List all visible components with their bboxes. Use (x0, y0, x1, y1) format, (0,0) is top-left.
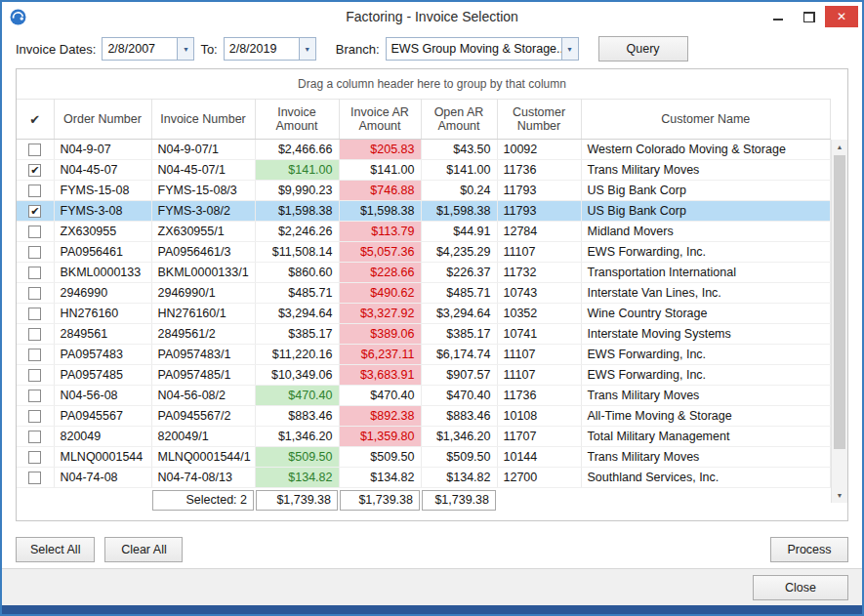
invoice-row[interactable]: HN276160HN276160/1$3,294.64$3,327.92$3,2… (17, 304, 831, 324)
invoice-row[interactable]: N04-9-07N04-9-07/1$2,466.66$205.83$43.50… (17, 140, 831, 160)
column-header-invoice-ar-amount[interactable]: Invoice AR Amount (339, 100, 421, 140)
cell-ar: $470.40 (339, 386, 421, 406)
maximize-restore-button[interactable] (794, 6, 825, 27)
date-from-dropdown-icon[interactable]: ▼ (177, 38, 193, 60)
cell-cust: 11736 (497, 160, 581, 181)
invoice-rows: N04-9-07N04-9-07/1$2,466.66$205.83$43.50… (17, 140, 831, 488)
invoice-row[interactable]: MLNQ0001544MLNQ0001544/1$509.50$509.50$5… (17, 447, 831, 468)
close-button[interactable]: Close (753, 575, 848, 600)
close-window-button[interactable]: ✕ (825, 6, 858, 27)
column-header-invoice-number[interactable]: Invoice Number (151, 100, 255, 140)
scrollbar-thumb[interactable] (834, 155, 845, 449)
row-checkbox-cell: ✔ (17, 201, 54, 222)
row-checkbox-unchecked-icon[interactable] (28, 472, 41, 484)
grid-body: ✔ Order Number Invoice Number Invoice Am… (17, 99, 847, 520)
select-all-button[interactable]: Select All (16, 537, 95, 562)
invoice-row[interactable]: BKML0000133BKML0000133/1$860.60$228.66$2… (17, 263, 831, 283)
invoice-row[interactable]: FYMS-15-08FYMS-15-08/3$9,990.23$746.88$0… (17, 181, 831, 201)
invoice-row[interactable]: ✔FYMS-3-08FYMS-3-08/2$1,598.38$1,598.38$… (17, 201, 831, 222)
column-header-customer-name[interactable]: Customer Name (581, 100, 831, 140)
scroll-down-arrow-icon[interactable]: ▼ (832, 488, 847, 503)
column-header-order-number[interactable]: Order Number (54, 100, 151, 140)
row-checkbox-unchecked-icon[interactable] (28, 349, 41, 361)
row-checkbox-unchecked-icon[interactable] (28, 246, 41, 259)
cell-cust: 10741 (497, 324, 581, 345)
branch-select[interactable]: EWS Group Moving & Storage... ▼ (386, 37, 579, 61)
date-from-picker[interactable]: 2/8/2007 ▼ (102, 37, 194, 61)
row-checkbox-unchecked-icon[interactable] (28, 226, 41, 238)
row-checkbox-checked-icon[interactable]: ✔ (28, 164, 41, 177)
invoice-row[interactable]: ✔N04-45-07N04-45-07/1$141.00$141.00$141.… (17, 160, 831, 181)
column-header-select[interactable]: ✔ (17, 100, 54, 140)
cell-ar: $3,683.91 (339, 365, 421, 386)
row-checkbox-cell (17, 447, 54, 468)
cell-order: FYMS-15-08 (54, 181, 151, 201)
cell-invoice: 820049/1 (151, 427, 255, 447)
cell-order: N04-74-08 (54, 468, 151, 488)
cell-amount: $10,349.06 (255, 365, 339, 386)
row-checkbox-unchecked-icon[interactable] (28, 410, 41, 423)
branch-dropdown-icon[interactable]: ▼ (561, 38, 578, 60)
cell-cust: 11107 (497, 365, 581, 386)
cell-open: $385.17 (421, 324, 497, 345)
invoice-row[interactable]: ZX630955ZX630955/1$2,246.26$113.79$44.91… (17, 222, 831, 242)
cell-open: $509.50 (421, 447, 497, 468)
cell-cust: 11107 (497, 345, 581, 365)
process-button[interactable]: Process (770, 537, 848, 562)
clear-all-button[interactable]: Clear All (104, 537, 183, 562)
cell-order: 2946990 (54, 283, 151, 304)
action-button-row: Select All Clear All Process (2, 531, 862, 568)
invoice-row[interactable]: N04-74-08N04-74-08/13$134.82$134.82$134.… (17, 468, 831, 488)
scrollbar-track[interactable] (832, 154, 847, 488)
row-checkbox-cell (17, 324, 54, 345)
vertical-scrollbar[interactable]: ▲ ▼ (831, 140, 847, 503)
row-checkbox-unchecked-icon[interactable] (28, 185, 41, 197)
summary-empty-cell (54, 488, 151, 513)
cell-open: $470.40 (421, 386, 497, 406)
summary-row: Selected: 2 $1,739.38 $1,739.38 $1,739.3… (17, 488, 831, 513)
cell-invoice: PA0957483/1 (151, 345, 255, 365)
invoice-row[interactable]: PA0945567PA0945567/2$883.46$892.38$883.4… (17, 406, 831, 427)
invoice-row[interactable]: PA0957485PA0957485/1$10,349.06$3,683.91$… (17, 365, 831, 386)
invoice-row[interactable]: 29469902946990/1$485.71$490.62$485.71107… (17, 283, 831, 304)
date-to-dropdown-icon[interactable]: ▼ (299, 38, 315, 60)
cell-name: Trans Military Moves (581, 386, 831, 406)
branch-label: Branch: (336, 42, 380, 57)
row-checkbox-unchecked-icon[interactable] (28, 308, 41, 320)
date-from-value: 2/8/2007 (103, 38, 177, 60)
row-checkbox-unchecked-icon[interactable] (28, 267, 41, 279)
cell-amount: $141.00 (255, 160, 339, 181)
row-checkbox-unchecked-icon[interactable] (28, 144, 41, 156)
scroll-up-arrow-icon[interactable]: ▲ (832, 140, 847, 154)
row-checkbox-unchecked-icon[interactable] (28, 390, 41, 402)
row-checkbox-unchecked-icon[interactable] (28, 451, 41, 464)
column-header-invoice-amount[interactable]: Invoice Amount (255, 100, 339, 140)
invoice-row[interactable]: N04-56-08N04-56-08/2$470.40$470.40$470.4… (17, 386, 831, 406)
cell-order: 820049 (54, 427, 151, 447)
minimize-button[interactable] (762, 6, 794, 27)
row-checkbox-unchecked-icon[interactable] (28, 431, 41, 443)
cell-order: HN276160 (54, 304, 151, 324)
column-header-open-ar-amount[interactable]: Open AR Amount (421, 100, 497, 140)
cell-ar: $134.82 (339, 468, 421, 488)
cell-invoice: N04-74-08/13 (151, 468, 255, 488)
invoice-row[interactable]: PA0956461PA0956461/3$11,508.14$5,057.36$… (17, 242, 831, 263)
date-to-picker[interactable]: 2/8/2019 ▼ (224, 37, 316, 61)
column-header-customer-number[interactable]: Customer Number (497, 100, 581, 140)
invoice-row[interactable]: 820049820049/1$1,346.20$1,359.80$1,346.2… (17, 427, 831, 447)
dialog-footer: Close (2, 568, 862, 605)
row-checkbox-unchecked-icon[interactable] (28, 287, 41, 300)
invoice-row[interactable]: PA0957483PA0957483/1$11,220.16$6,237.11$… (17, 345, 831, 365)
row-checkbox-unchecked-icon[interactable] (28, 328, 41, 341)
group-by-hint[interactable]: Drag a column header here to group by th… (17, 69, 847, 99)
query-button[interactable]: Query (598, 36, 688, 62)
cell-amount: $2,466.66 (255, 140, 339, 160)
cell-amount: $860.60 (255, 263, 339, 283)
invoice-row[interactable]: 28495612849561/2$385.17$389.06$385.17107… (17, 324, 831, 345)
invoice-amount-total: $1,739.38 (256, 490, 338, 511)
summary-empty-cell (17, 488, 54, 513)
cell-name: Total Military Management (581, 427, 831, 447)
row-checkbox-unchecked-icon[interactable] (28, 369, 41, 382)
cell-invoice: FYMS-15-08/3 (151, 181, 255, 201)
row-checkbox-checked-icon[interactable]: ✔ (28, 205, 41, 218)
